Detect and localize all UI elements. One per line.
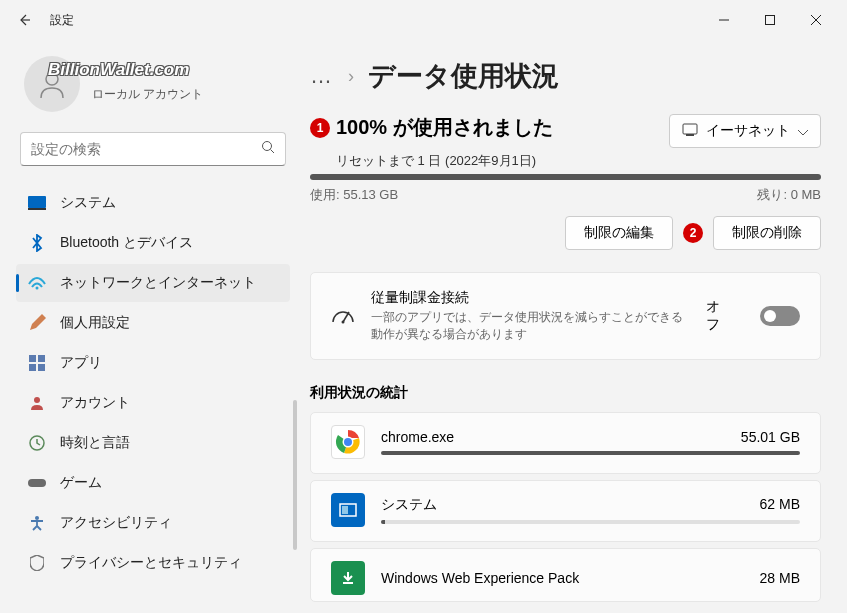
svg-rect-9 (38, 364, 45, 371)
account-icon (28, 394, 46, 412)
svg-rect-4 (28, 208, 46, 210)
metered-subtitle: 一部のアプリでは、データ使用状況を減らすことができる動作が異なる場合があります (371, 309, 690, 343)
breadcrumb: … › データ使用状況 (310, 58, 821, 94)
app-size: 28 MB (760, 570, 800, 586)
app-usage-row[interactable]: Windows Web Experience Pack 28 MB (310, 548, 821, 602)
shield-icon (28, 554, 46, 572)
app-usage-row[interactable]: システム 62 MB (310, 480, 821, 542)
chevron-down-icon (798, 123, 808, 139)
sidebar-item-gaming[interactable]: ゲーム (16, 464, 290, 502)
svg-point-13 (35, 516, 39, 520)
annotation-badge-2: 2 (683, 223, 703, 243)
svg-rect-8 (29, 364, 36, 371)
system-app-icon (331, 493, 365, 527)
sidebar-item-privacy[interactable]: プライバシーとセキュリティ (16, 544, 290, 582)
back-button[interactable] (8, 4, 40, 36)
svg-rect-21 (342, 506, 348, 514)
sidebar-item-label: アプリ (60, 354, 102, 372)
sidebar-item-label: システム (60, 194, 116, 212)
bluetooth-icon (28, 234, 46, 252)
system-icon (28, 194, 46, 212)
svg-rect-3 (28, 196, 46, 208)
usage-progress-bar (310, 174, 821, 180)
sidebar-item-label: 個人用設定 (60, 314, 130, 332)
ethernet-icon (682, 123, 698, 140)
web-experience-icon (331, 561, 365, 595)
app-usage-row[interactable]: chrome.exe 55.01 GB (310, 412, 821, 474)
svg-rect-6 (29, 355, 36, 362)
sidebar-item-label: 時刻と言語 (60, 434, 130, 452)
window-title: 設定 (50, 12, 74, 29)
metered-connection-card[interactable]: 従量制課金接続 一部のアプリでは、データ使用状況を減らすことができる動作が異なる… (310, 272, 821, 360)
close-button[interactable] (793, 4, 839, 36)
sidebar-item-network[interactable]: ネットワークとインターネット (16, 264, 290, 302)
app-name: システム (381, 496, 437, 514)
svg-point-1 (46, 73, 58, 85)
usage-title: 100% が使用されました (336, 114, 553, 141)
metered-toggle[interactable] (760, 306, 800, 326)
account-type: ローカル アカウント (92, 86, 203, 103)
maximize-button[interactable] (747, 4, 793, 36)
apps-icon (28, 354, 46, 372)
sidebar-item-label: アクセシビリティ (60, 514, 172, 532)
sidebar-item-label: Bluetooth とデバイス (60, 234, 193, 252)
clock-icon (28, 434, 46, 452)
stats-section-title: 利用状況の統計 (310, 384, 821, 402)
brush-icon (28, 314, 46, 332)
meter-icon (331, 304, 355, 328)
sidebar-item-accounts[interactable]: アカウント (16, 384, 290, 422)
page-title: データ使用状況 (368, 58, 559, 94)
network-select-label: イーサネット (706, 122, 790, 140)
svg-rect-14 (683, 124, 697, 134)
sidebar-item-label: プライバシーとセキュリティ (60, 554, 242, 572)
svg-point-5 (36, 287, 39, 290)
network-select[interactable]: イーサネット (669, 114, 821, 148)
annotation-badge-1: 1 (310, 118, 330, 138)
search-box[interactable] (20, 132, 286, 166)
sidebar-item-system[interactable]: システム (16, 184, 290, 222)
delete-limit-button[interactable]: 制限の削除 (713, 216, 821, 250)
app-size: 62 MB (760, 496, 800, 514)
svg-rect-7 (38, 355, 45, 362)
svg-point-19 (344, 438, 352, 446)
remain-label: 残り: 0 MB (757, 186, 821, 204)
search-icon (261, 140, 275, 158)
search-input[interactable] (31, 141, 261, 157)
gaming-icon (28, 474, 46, 492)
app-name: chrome.exe (381, 429, 454, 445)
metered-title: 従量制課金接続 (371, 289, 690, 307)
svg-rect-12 (28, 479, 46, 487)
chevron-right-icon: › (348, 66, 354, 87)
app-name: Windows Web Experience Pack (381, 570, 579, 586)
sidebar-item-bluetooth[interactable]: Bluetooth とデバイス (16, 224, 290, 262)
avatar (24, 56, 80, 112)
svg-point-10 (34, 397, 40, 403)
breadcrumb-more[interactable]: … (310, 63, 334, 89)
sidebar-item-apps[interactable]: アプリ (16, 344, 290, 382)
reset-text: リセットまで 1 日 (2022年9月1日) (336, 152, 821, 170)
minimize-button[interactable] (701, 4, 747, 36)
sidebar-scrollbar[interactable] (293, 400, 297, 550)
svg-point-16 (342, 321, 345, 324)
chrome-icon (331, 425, 365, 459)
svg-rect-0 (766, 16, 775, 25)
network-icon (28, 274, 46, 292)
app-size: 55.01 GB (741, 429, 800, 445)
sidebar-item-label: アカウント (60, 394, 130, 412)
svg-point-2 (263, 142, 272, 151)
sidebar-item-label: ゲーム (60, 474, 102, 492)
sidebar-item-label: ネットワークとインターネット (60, 274, 256, 292)
sidebar-item-accessibility[interactable]: アクセシビリティ (16, 504, 290, 542)
profile-section[interactable]: BillionWallet.com ローカル アカウント (24, 56, 282, 112)
svg-rect-15 (686, 134, 694, 136)
sidebar-item-time[interactable]: 時刻と言語 (16, 424, 290, 462)
sidebar-item-personalization[interactable]: 個人用設定 (16, 304, 290, 342)
used-label: 使用: 55.13 GB (310, 186, 398, 204)
accessibility-icon (28, 514, 46, 532)
toggle-state-label: オフ (706, 298, 734, 334)
edit-limit-button[interactable]: 制限の編集 (565, 216, 673, 250)
